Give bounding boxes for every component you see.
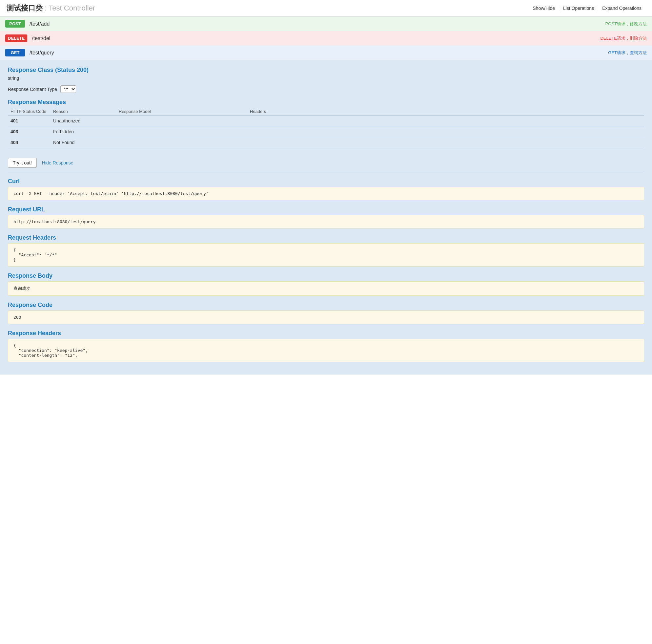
- get-path: /test/query: [29, 50, 608, 56]
- page-title: 测试接口类 : Test Controller: [6, 3, 95, 13]
- response-code-title: Response Code: [8, 302, 644, 309]
- request-url-section: Request URL http://localhost:8080/test/q…: [8, 206, 644, 228]
- delete-badge: DELETE: [5, 34, 27, 42]
- delete-desc: DELETE请求，删除方法: [600, 35, 647, 41]
- response-code-section: Response Code 200: [8, 302, 644, 324]
- curl-value: curl -X GET --header 'Accept: text/plain…: [8, 187, 644, 200]
- page-header: 测试接口类 : Test Controller Show/Hide List O…: [0, 0, 652, 17]
- expand-operations-link[interactable]: Expand Operations: [598, 6, 646, 11]
- table-cell-status: 404: [8, 137, 51, 148]
- request-headers-section: Request Headers { "Accept": "*/*" }: [8, 234, 644, 266]
- col-header-reason: Reason: [51, 108, 116, 115]
- response-messages-section: Response Messages HTTP Status Code Reaso…: [8, 99, 644, 148]
- try-it-out-button[interactable]: Try it out!: [8, 158, 37, 168]
- title-zh: 测试接口类: [6, 4, 43, 12]
- curl-title: Curl: [8, 178, 644, 185]
- request-headers-value: { "Accept": "*/*" }: [8, 243, 644, 266]
- title-en: Test Controller: [49, 4, 95, 12]
- title-separator: :: [45, 4, 49, 12]
- table-cell-model: [116, 137, 247, 148]
- list-operations-link[interactable]: List Operations: [559, 6, 598, 11]
- delete-path: /test/del: [32, 35, 600, 41]
- response-headers-value: { "connection": "keep-alive", "content-l…: [8, 339, 644, 362]
- response-body-value: 查询成功: [8, 281, 644, 296]
- delete-method-row[interactable]: DELETE /test/del DELETE请求，删除方法: [0, 31, 652, 46]
- table-row: 404Not Found: [8, 137, 644, 148]
- col-header-status: HTTP Status Code: [8, 108, 51, 115]
- table-cell-model: [116, 126, 247, 137]
- request-headers-title: Request Headers: [8, 234, 644, 241]
- post-desc: POST请求，修改方法: [605, 21, 647, 27]
- response-body-section: Response Body 查询成功: [8, 273, 644, 296]
- table-cell-headers: [247, 137, 644, 148]
- table-row: 401Unauthorized: [8, 115, 644, 126]
- post-method-row[interactable]: POST /test/add POST请求，修改方法: [0, 17, 652, 31]
- try-row: Try it out! Hide Response: [8, 154, 644, 172]
- table-cell-status: 403: [8, 126, 51, 137]
- show-hide-link[interactable]: Show/Hide: [529, 6, 559, 11]
- response-class-title: Response Class (Status 200): [8, 67, 644, 74]
- response-headers-section: Response Headers { "connection": "keep-a…: [8, 330, 644, 362]
- curl-section: Curl curl -X GET --header 'Accept: text/…: [8, 178, 644, 200]
- table-row: 403Forbidden: [8, 126, 644, 137]
- get-desc: GET请求，查询方法: [608, 50, 647, 56]
- response-class-type: string: [8, 76, 644, 81]
- table-cell-reason: Not Found: [51, 137, 116, 148]
- main-content: Response Class (Status 200) string Respo…: [0, 60, 652, 375]
- header-actions: Show/Hide List Operations Expand Operati…: [529, 6, 646, 11]
- table-cell-model: [116, 115, 247, 126]
- request-url-value: http://localhost:8080/test/query: [8, 215, 644, 228]
- table-cell-reason: Unauthorized: [51, 115, 116, 126]
- response-messages-title: Response Messages: [8, 99, 644, 106]
- request-url-title: Request URL: [8, 206, 644, 213]
- response-table: HTTP Status Code Reason Response Model H…: [8, 108, 644, 148]
- table-cell-headers: [247, 115, 644, 126]
- post-badge: POST: [5, 20, 25, 28]
- table-cell-reason: Forbidden: [51, 126, 116, 137]
- content-type-row: Response Content Type */*: [8, 85, 644, 93]
- content-type-label: Response Content Type: [8, 87, 57, 92]
- col-header-model: Response Model: [116, 108, 247, 115]
- response-code-value: 200: [8, 310, 644, 324]
- table-cell-headers: [247, 126, 644, 137]
- hide-response-link[interactable]: Hide Response: [42, 160, 74, 165]
- col-header-headers: Headers: [247, 108, 644, 115]
- get-method-row[interactable]: GET /test/query GET请求，查询方法: [0, 46, 652, 60]
- table-cell-status: 401: [8, 115, 51, 126]
- response-body-title: Response Body: [8, 273, 644, 279]
- response-headers-title: Response Headers: [8, 330, 644, 337]
- content-type-select[interactable]: */*: [60, 85, 76, 93]
- post-path: /test/add: [29, 21, 605, 27]
- response-class-section: Response Class (Status 200) string Respo…: [8, 67, 644, 93]
- get-badge: GET: [5, 49, 25, 56]
